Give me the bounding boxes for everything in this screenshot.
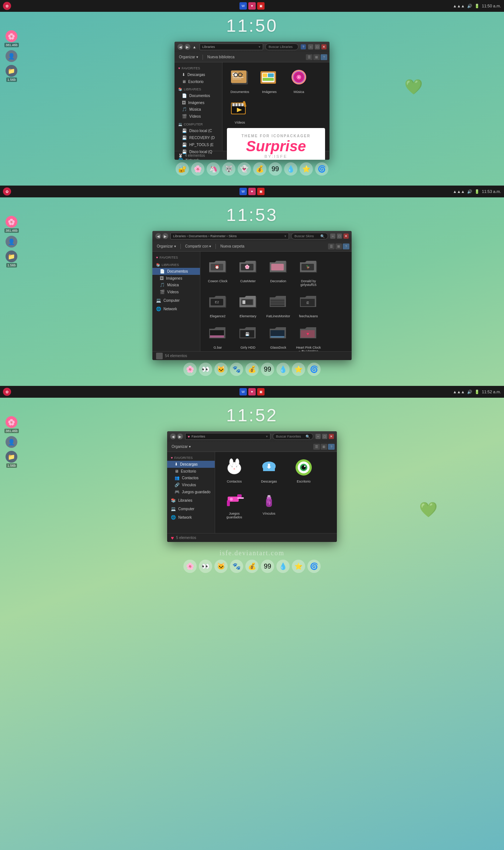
dock-2-1[interactable]: 🌸: [183, 363, 197, 376]
new-folder-btn-2[interactable]: Nueva carpeta: [218, 243, 246, 249]
dock-2-9[interactable]: 🌀: [307, 363, 321, 376]
organize-btn-2[interactable]: Organizar ▾: [155, 243, 178, 249]
desktop-icon-2b[interactable]: 📁 1.56b: [6, 250, 17, 267]
fwd-btn-2[interactable]: ▶: [162, 233, 168, 239]
dock-3-6[interactable]: 99: [261, 560, 274, 573]
sidebar-network-item-2[interactable]: 🌐 Network: [152, 305, 200, 312]
desktop-icon-flower-3[interactable]: 🌸 381.46b: [4, 416, 19, 433]
dock-3-4[interactable]: 🐾: [230, 560, 243, 573]
tb-icon-2[interactable]: ♥: [248, 2, 256, 10]
file-glassdock-2[interactable]: GlassDock: [265, 322, 291, 351]
view-grid-btn-3[interactable]: ⊞: [321, 444, 327, 450]
share-btn-2[interactable]: Compartir con ▾: [183, 243, 214, 249]
dock-2-2[interactable]: 👀: [199, 363, 212, 376]
file-feecha-2[interactable]: 🗓 feechaJeans: [296, 291, 321, 318]
start-button-2[interactable]: ✿: [3, 187, 11, 196]
file-escritorio-3[interactable]: Escritorio: [289, 456, 318, 483]
address-bar-3[interactable]: ♥ Favorites ▾: [185, 433, 270, 440]
file-item-videos-1[interactable]: Vídeos: [227, 97, 253, 124]
sidebar-documentos-2[interactable]: 📄 Documentos: [152, 268, 200, 275]
dock-1-4[interactable]: 🐺: [222, 162, 235, 176]
sidebar-fav-descargas-3[interactable]: ⬇ Descargas: [167, 461, 215, 468]
file-heartpink-2[interactable]: ♥ Heart Pink Clock ~ By Viqqitaa: [296, 322, 321, 351]
dock-1-8[interactable]: 💧: [284, 162, 297, 176]
minimize-btn-1[interactable]: −: [308, 44, 313, 49]
organize-btn-1[interactable]: Organizar ▾: [177, 54, 200, 60]
sidebar-escritorio-1[interactable]: 🖥 Escritorio: [175, 78, 222, 85]
dock-2-7[interactable]: 💧: [276, 363, 290, 376]
dock-3-1[interactable]: 🌸: [183, 560, 197, 573]
start-button-1[interactable]: ✿: [3, 2, 11, 10]
address-bar-1[interactable]: Libraries ▾: [200, 44, 263, 50]
view-list-btn-2[interactable]: ☰: [328, 243, 335, 249]
dock-1-7[interactable]: 99: [269, 162, 282, 176]
file-juegos-3[interactable]: Juegos guardados: [220, 488, 249, 519]
back-btn-1[interactable]: ◀: [177, 44, 183, 50]
sidebar-imagenes-1[interactable]: 🖼 Imágenes: [175, 99, 222, 106]
start-button-3[interactable]: ✿: [3, 388, 11, 396]
sidebar-videos-2[interactable]: 🎬 Vídeos: [152, 288, 200, 296]
fwd-btn-1[interactable]: ▶: [184, 44, 190, 50]
sidebar-diskc-1[interactable]: 💾 Disco local (C: [175, 127, 222, 134]
tb-icon-1[interactable]: W: [239, 2, 247, 10]
dock-2-8[interactable]: ⭐: [292, 363, 305, 376]
dock-1-9[interactable]: ⭐: [300, 162, 313, 176]
tb-icon-3c[interactable]: ▣: [257, 388, 265, 395]
tb-icon-3b[interactable]: ♥: [248, 388, 256, 395]
dock-3-5[interactable]: 💰: [245, 560, 259, 573]
close-btn-3[interactable]: ✕: [329, 434, 334, 439]
file-donald-2[interactable]: 🦆 Donald by girlystuff15: [296, 256, 321, 287]
file-vinculos-3[interactable]: Vínculos: [254, 488, 284, 519]
tb-icon-2a[interactable]: W: [239, 188, 247, 195]
view-list-btn-1[interactable]: ☰: [306, 54, 313, 60]
tb-icon-3[interactable]: ▣: [257, 2, 265, 10]
dock-2-3[interactable]: 🐱: [214, 363, 228, 376]
fwd-btn-3[interactable]: ▶: [177, 433, 183, 439]
sidebar-fav-vinculos-3[interactable]: 🔗 Vínculos: [167, 481, 215, 488]
dock-2-4[interactable]: 🐾: [230, 363, 243, 376]
tb-icon-3a[interactable]: W: [239, 388, 247, 395]
dock-3-8[interactable]: ⭐: [292, 560, 305, 573]
view-grid-btn-1[interactable]: ⊞: [313, 54, 320, 60]
dock-3-9[interactable]: 🌀: [307, 560, 321, 573]
dock-1-10[interactable]: 🌀: [315, 162, 328, 176]
sidebar-fav-escritorio-3[interactable]: 🖥 Escritorio: [167, 468, 215, 474]
file-descargas-3[interactable]: Descargas: [254, 456, 284, 483]
file-girlyhdd-2[interactable]: 💾 Girly HDD: [235, 322, 261, 351]
file-cutemeter-2[interactable]: 🌸 CuteMeter: [235, 256, 261, 287]
sidebar-videos-1[interactable]: 🎬 Vídeos: [175, 113, 222, 120]
maximize-btn-2[interactable]: □: [337, 234, 342, 239]
desktop-icon-flower-2[interactable]: 🌸 381.46b: [4, 216, 19, 233]
sidebar-descargas-1[interactable]: ⬇ Descargas: [175, 71, 222, 78]
back-btn-2[interactable]: ◀: [155, 233, 161, 239]
sidebar-computer-item-3[interactable]: 💻 Computer: [167, 505, 215, 512]
sidebar-network-item-3[interactable]: 🌐 Network: [167, 514, 215, 521]
file-item-imagenes-1[interactable]: Imágenes: [256, 67, 282, 94]
back-btn-3[interactable]: ◀: [170, 433, 176, 439]
desktop-icon-flower-1[interactable]: 🌸 381.46b: [4, 30, 19, 47]
file-elegance2-2[interactable]: E2 Elegance2: [205, 291, 231, 318]
minimize-btn-2[interactable]: −: [330, 234, 335, 239]
sidebar-fav-contactos-3[interactable]: 👥 Contactos: [167, 474, 215, 481]
maximize-btn-3[interactable]: □: [322, 434, 327, 439]
view-list-btn-3[interactable]: ☰: [313, 444, 320, 450]
sidebar-diskd-1[interactable]: 💾 RECOVERY (D: [175, 134, 222, 141]
tb-icon-2b[interactable]: ♥: [248, 188, 256, 195]
sidebar-computer-item-2[interactable]: 💻 Computer: [152, 297, 200, 304]
dock-1-6[interactable]: 💰: [253, 162, 266, 176]
search-box-2[interactable]: Buscar Skins 🔍: [291, 233, 328, 239]
minimize-btn-3[interactable]: −: [315, 434, 321, 439]
sidebar-musica-1[interactable]: 🎵 Música: [175, 106, 222, 113]
close-btn-1[interactable]: ✕: [321, 44, 327, 49]
up-btn-1[interactable]: ▲: [191, 44, 197, 50]
file-decoration-2[interactable]: Decoration: [265, 256, 291, 287]
address-bar-2[interactable]: Libraries › Documentos › Rainmeter › Ski…: [170, 233, 289, 239]
desktop-icon-user-1[interactable]: 👤: [6, 50, 17, 62]
view-help-btn-2[interactable]: ?: [343, 243, 349, 249]
sidebar-documentos-1[interactable]: 📄 Documentos: [175, 92, 222, 99]
file-elementary-2[interactable]: Elementary: [235, 291, 261, 318]
dock-3-3[interactable]: 🐱: [214, 560, 228, 573]
dock-1-5[interactable]: 👻: [238, 162, 251, 176]
sidebar-imagenes-2[interactable]: 🖼 Imágenes: [152, 275, 200, 281]
sidebar-diske-1[interactable]: 💾 HP_TOOLS (E: [175, 141, 222, 148]
